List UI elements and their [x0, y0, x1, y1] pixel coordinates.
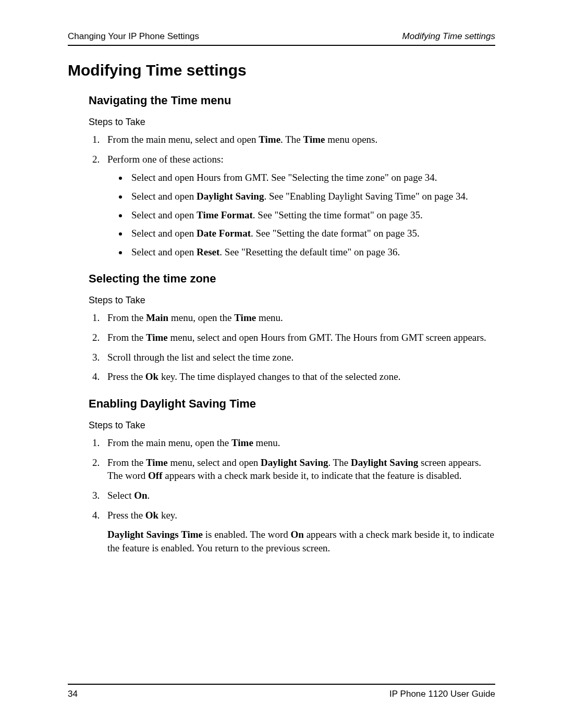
steps-list: From the main menu, select and open Time…	[89, 133, 495, 258]
step-text: Press the	[107, 510, 145, 521]
bullet-text: . See "Setting the date format" on page …	[251, 228, 420, 239]
step-bold: Main	[146, 312, 168, 323]
step-item: From the Main menu, open the Time menu.	[102, 311, 495, 325]
step-item: From the Time menu, select and open Dayl…	[102, 456, 495, 483]
step-bold: Daylight Saving	[261, 457, 328, 468]
page-title: Modifying Time settings	[68, 61, 495, 79]
step-text: menu.	[253, 437, 280, 448]
step-item: Press the Ok key. The time displayed cha…	[102, 370, 495, 384]
step-text: key.	[158, 510, 177, 521]
step-bold: Off	[148, 470, 162, 481]
step-text: From the	[107, 312, 146, 323]
bullet-bold: Reset	[197, 246, 219, 257]
step-item: Perform one of these actions: Select and…	[102, 153, 495, 259]
bullet-text: Select and open Hours from GMT. See "Sel…	[131, 172, 437, 183]
followup-bold: On	[291, 529, 304, 540]
page-number: 34	[68, 689, 78, 699]
steps-label: Steps to Take	[89, 295, 495, 306]
step-text: menu, select and open	[168, 457, 261, 468]
subsection-heading: Selecting the time zone	[89, 272, 495, 286]
document-page: Changing Your IP Phone Settings Modifyin…	[0, 0, 563, 728]
bullet-item: Select and open Hours from GMT. See "Sel…	[128, 171, 495, 184]
step-item: Select On.	[102, 489, 495, 502]
step-bold: Ok	[145, 510, 158, 521]
step-bold: Ok	[145, 371, 158, 382]
step-item: From the main menu, open the Time menu.	[102, 436, 495, 450]
bullet-bold: Date Format	[197, 228, 251, 239]
bullet-text: . See "Resetting the default time" on pa…	[219, 246, 400, 257]
bullet-bold: Time Format	[197, 209, 253, 220]
step-text: menu, select and open Hours from GMT. Th…	[168, 332, 486, 343]
running-footer: 34 IP Phone 1120 User Guide	[68, 684, 495, 699]
step-text: .	[148, 490, 150, 501]
bullet-text: . See "Enabling Daylight Saving Time" on…	[264, 191, 468, 202]
step-bold: On	[134, 490, 147, 501]
step-bold: Daylight Saving	[351, 457, 418, 468]
page-content: Navigating the Time menu Steps to Take F…	[89, 94, 495, 555]
step-item: From the main menu, select and open Time…	[102, 133, 495, 146]
bullet-text: Select and open	[131, 228, 197, 239]
step-text: From the main menu, select and open	[107, 134, 259, 145]
subsection-heading: Navigating the Time menu	[89, 94, 495, 107]
steps-label: Steps to Take	[89, 117, 495, 128]
running-header: Changing Your IP Phone Settings Modifyin…	[68, 31, 495, 45]
header-right: Modifying Time settings	[402, 31, 495, 42]
step-text: key. The time displayed changes to that …	[158, 371, 400, 382]
steps-list: From the main menu, open the Time menu. …	[89, 436, 495, 554]
followup-bold: Daylight Savings Time	[107, 529, 203, 540]
step-item: Press the Ok key. Daylight Savings Time …	[102, 509, 495, 555]
step-bold: Time	[146, 457, 168, 468]
bullet-text: Select and open	[131, 246, 197, 257]
step-text: menu opens.	[325, 134, 377, 145]
step-text: From the	[107, 457, 146, 468]
bullet-list: Select and open Hours from GMT. See "Sel…	[107, 171, 495, 258]
bullet-item: Select and open Time Format. See "Settin…	[128, 208, 495, 222]
step-item: Scroll through the list and select the t…	[102, 351, 495, 364]
bullet-item: Select and open Reset. See "Resetting th…	[128, 245, 495, 259]
step-text: From the main menu, open the	[107, 437, 231, 448]
bullet-bold: Daylight Saving	[197, 191, 264, 202]
step-text: menu.	[256, 312, 283, 323]
step-bold: Time	[303, 134, 325, 145]
header-rule	[68, 45, 495, 46]
header-left: Changing Your IP Phone Settings	[68, 31, 199, 42]
bullet-text: . See "Setting the time format" on page …	[253, 209, 423, 220]
step-text: Perform one of these actions:	[107, 154, 224, 165]
step-bold: Time	[231, 437, 253, 448]
subsection-heading: Enabling Daylight Saving Time	[89, 397, 495, 411]
footer-doc-title: IP Phone 1120 User Guide	[389, 689, 495, 699]
footer-rule	[68, 684, 495, 685]
step-text: . The	[280, 134, 303, 145]
step-followup: Daylight Savings Time is enabled. The wo…	[107, 528, 495, 554]
bullet-text: Select and open	[131, 209, 197, 220]
bullet-item: Select and open Date Format. See "Settin…	[128, 227, 495, 240]
step-bold: Time	[146, 332, 168, 343]
steps-list: From the Main menu, open the Time menu. …	[89, 311, 495, 384]
step-text: menu, open the	[168, 312, 234, 323]
step-text: . The	[328, 457, 350, 468]
bullet-item: Select and open Daylight Saving. See "En…	[128, 190, 495, 203]
followup-text: is enabled. The word	[203, 529, 291, 540]
steps-label: Steps to Take	[89, 420, 495, 431]
bullet-text: Select and open	[131, 191, 197, 202]
step-text: Select	[107, 490, 134, 501]
step-text: Scroll through the list and select the t…	[107, 352, 293, 363]
step-bold: Time	[259, 134, 280, 145]
step-item: From the Time menu, select and open Hour…	[102, 331, 495, 344]
step-text: appears with a check mark beside it, to …	[163, 470, 462, 481]
step-bold: Time	[234, 312, 256, 323]
step-text: From the	[107, 332, 146, 343]
step-text: Press the	[107, 371, 145, 382]
